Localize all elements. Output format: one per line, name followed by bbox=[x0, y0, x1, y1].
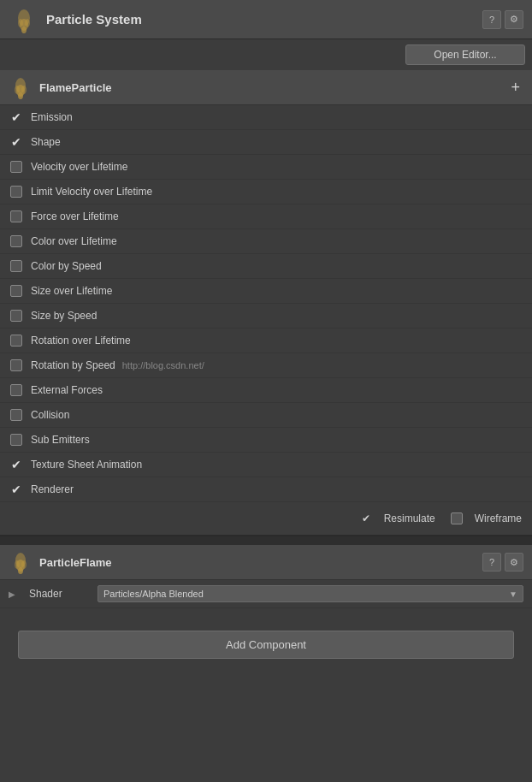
unchecked-box bbox=[10, 235, 22, 247]
add-component-button[interactable]: Add Component bbox=[18, 631, 514, 659]
particle-system-header: Particle System ? ⚙ bbox=[0, 0, 532, 39]
unchecked-box bbox=[10, 161, 22, 173]
module-row-texture-sheet-animation: ✔Texture Sheet Animation bbox=[0, 453, 532, 477]
unchecked-box bbox=[10, 310, 22, 322]
module-label-limit-velocity-over-lifetime: Limit Velocity over Lifetime bbox=[31, 186, 152, 198]
unchecked-box bbox=[10, 359, 22, 371]
check-mark: ✔ bbox=[11, 458, 21, 471]
module-row-rotation-over-lifetime: Rotation over Lifetime bbox=[0, 329, 532, 353]
shader-label: Shader bbox=[29, 588, 98, 600]
module-row-sub-emitters: Sub Emitters bbox=[0, 428, 532, 453]
module-row-velocity-over-lifetime: Velocity over Lifetime bbox=[0, 155, 532, 180]
unchecked-box bbox=[10, 285, 22, 297]
watermark-text: http://blog.csdn.net/ bbox=[122, 360, 204, 370]
expand-arrow-icon[interactable]: ▶ bbox=[9, 589, 26, 599]
module-checkbox-color-by-speed[interactable] bbox=[9, 258, 24, 274]
open-editor-row: Open Editor... bbox=[0, 39, 532, 70]
module-checkbox-renderer[interactable]: ✔ bbox=[9, 482, 24, 497]
module-label-renderer: Renderer bbox=[31, 483, 74, 495]
module-checkbox-size-over-lifetime[interactable] bbox=[9, 283, 24, 299]
svg-point-14 bbox=[21, 560, 27, 569]
module-checkbox-emission[interactable]: ✔ bbox=[9, 110, 24, 125]
resimulate-item: ✔ Resimulate bbox=[358, 511, 435, 526]
dropdown-arrow-icon: ▼ bbox=[509, 589, 517, 599]
module-row-rotation-by-speed: Rotation by Speedhttp://blog.csdn.net/ bbox=[0, 353, 532, 378]
unchecked-box bbox=[10, 384, 22, 396]
module-checkbox-color-over-lifetime[interactable] bbox=[9, 234, 24, 249]
module-label-size-by-speed: Size by Speed bbox=[31, 310, 97, 322]
particle-flame-name: ParticleFlame bbox=[39, 556, 482, 569]
unchecked-box bbox=[10, 186, 22, 198]
module-checkbox-sub-emitters[interactable] bbox=[9, 432, 24, 447]
particle-section: FlameParticle + ✔Emission✔ShapeVelocity … bbox=[0, 70, 532, 536]
module-label-rotation-by-speed: Rotation by Speed bbox=[31, 359, 115, 371]
flame-particle-name: FlameParticle bbox=[39, 81, 507, 94]
module-row-force-over-lifetime: Force over Lifetime bbox=[0, 204, 532, 229]
module-label-velocity-over-lifetime: Velocity over Lifetime bbox=[31, 161, 127, 173]
module-row-shape: ✔Shape bbox=[0, 130, 532, 155]
section-spacer bbox=[0, 536, 532, 545]
open-editor-button[interactable]: Open Editor... bbox=[405, 44, 525, 65]
svg-point-4 bbox=[25, 19, 30, 27]
resimulate-row: ✔ Resimulate Wireframe bbox=[0, 502, 532, 535]
module-checkbox-rotation-over-lifetime[interactable] bbox=[9, 333, 24, 348]
help-icon-button[interactable]: ? bbox=[482, 10, 501, 29]
check-mark: ✔ bbox=[11, 110, 21, 124]
particle-flame-actions: ? ⚙ bbox=[482, 553, 523, 572]
module-list: ✔Emission✔ShapeVelocity over LifetimeLim… bbox=[0, 105, 532, 502]
module-checkbox-collision[interactable] bbox=[9, 407, 24, 423]
module-label-collision: Collision bbox=[31, 409, 69, 421]
module-label-force-over-lifetime: Force over Lifetime bbox=[31, 210, 119, 222]
module-checkbox-force-over-lifetime[interactable] bbox=[9, 209, 24, 224]
module-row-emission: ✔Emission bbox=[0, 105, 532, 130]
unchecked-box bbox=[10, 210, 22, 222]
module-label-sub-emitters: Sub Emitters bbox=[31, 434, 90, 446]
module-checkbox-shape[interactable]: ✔ bbox=[9, 134, 24, 150]
module-checkbox-texture-sheet-animation[interactable]: ✔ bbox=[9, 457, 24, 472]
module-checkbox-rotation-by-speed[interactable] bbox=[9, 358, 24, 373]
module-checkbox-external-forces[interactable] bbox=[9, 382, 24, 398]
module-label-color-by-speed: Color by Speed bbox=[31, 260, 102, 272]
unchecked-box bbox=[10, 335, 22, 347]
pf-help-button[interactable]: ? bbox=[482, 553, 501, 572]
particle-flame-icon bbox=[9, 550, 33, 574]
module-row-limit-velocity-over-lifetime: Limit Velocity over Lifetime bbox=[0, 180, 532, 204]
shader-dropdown[interactable]: Particles/Alpha Blended ▼ bbox=[98, 585, 523, 602]
unchecked-box bbox=[10, 409, 22, 421]
particle-flame-section: ParticleFlame ? ⚙ ▶ Shader Particles/Alp… bbox=[0, 545, 532, 608]
module-row-size-by-speed: Size by Speed bbox=[0, 304, 532, 329]
module-label-external-forces: External Forces bbox=[31, 384, 103, 396]
module-checkbox-size-by-speed[interactable] bbox=[9, 308, 24, 323]
module-row-size-over-lifetime: Size over Lifetime bbox=[0, 279, 532, 304]
header-actions: ? ⚙ bbox=[482, 10, 523, 29]
module-label-size-over-lifetime: Size over Lifetime bbox=[31, 285, 112, 297]
wireframe-item: Wireframe bbox=[449, 511, 522, 526]
add-component-section: Add Component bbox=[0, 617, 532, 672]
flame-particle-header: FlameParticle + bbox=[0, 70, 532, 105]
module-label-texture-sheet-animation: Texture Sheet Animation bbox=[31, 459, 142, 471]
resimulate-checkbox[interactable]: ✔ bbox=[358, 511, 374, 526]
shader-row: ▶ Shader Particles/Alpha Blended ▼ bbox=[0, 580, 532, 608]
module-row-color-over-lifetime: Color over Lifetime bbox=[0, 229, 532, 254]
svg-point-13 bbox=[15, 560, 20, 569]
module-checkbox-velocity-over-lifetime[interactable] bbox=[9, 159, 24, 175]
wireframe-checkbox[interactable] bbox=[449, 511, 464, 526]
svg-point-3 bbox=[18, 19, 23, 27]
module-row-external-forces: External Forces bbox=[0, 378, 532, 403]
module-row-collision: Collision bbox=[0, 403, 532, 428]
svg-point-8 bbox=[15, 86, 20, 94]
pf-settings-button[interactable]: ⚙ bbox=[505, 553, 523, 572]
svg-point-9 bbox=[21, 86, 27, 94]
flame-particle-icon bbox=[9, 75, 33, 99]
module-row-color-by-speed: Color by Speed bbox=[0, 254, 532, 279]
settings-icon-button[interactable]: ⚙ bbox=[505, 10, 523, 29]
add-module-button[interactable]: + bbox=[507, 79, 523, 97]
page-title: Particle System bbox=[46, 12, 482, 27]
unchecked-box bbox=[10, 260, 22, 272]
module-checkbox-limit-velocity-over-lifetime[interactable] bbox=[9, 184, 24, 199]
check-mark: ✔ bbox=[11, 135, 21, 149]
wireframe-label: Wireframe bbox=[475, 512, 522, 524]
module-label-color-over-lifetime: Color over Lifetime bbox=[31, 235, 117, 247]
module-label-rotation-over-lifetime: Rotation over Lifetime bbox=[31, 335, 131, 347]
module-label-shape: Shape bbox=[31, 136, 61, 148]
